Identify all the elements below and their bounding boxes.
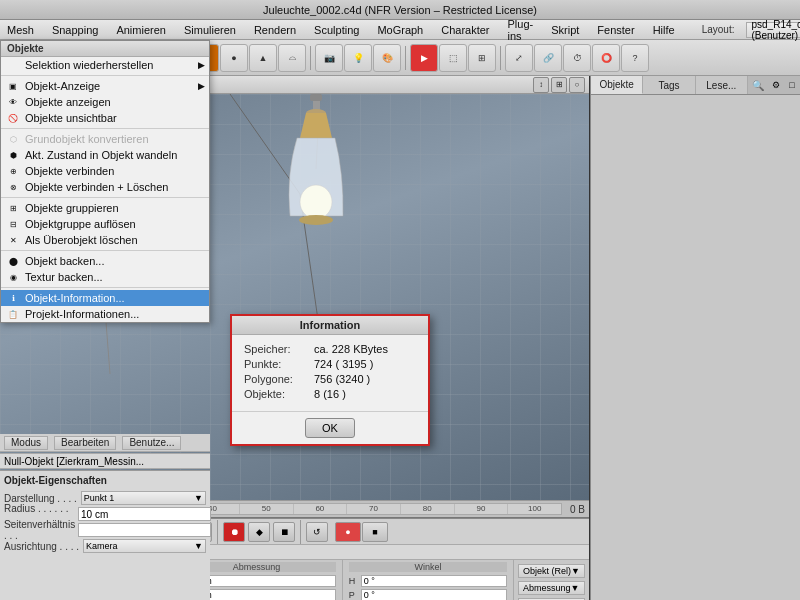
coord-h-input[interactable] [361, 575, 507, 587]
ctx-sep-4 [1, 250, 209, 251]
null-obj-text: Null-Objekt [Zierkram_Messin... [4, 456, 144, 467]
gruppieren-icon: ⊞ [5, 201, 21, 215]
panel-menu-btn[interactable]: ⚙ [768, 76, 784, 94]
ctx-projekt-information[interactable]: 📋 Projekt-Informationen... [1, 306, 209, 322]
toolbar-deform[interactable]: ⤢ [505, 44, 533, 72]
akt-zustand-icon: ⬢ [5, 148, 21, 162]
panel-expand-btn[interactable]: □ [784, 76, 800, 94]
menu-snapping[interactable]: Snapping [49, 23, 102, 37]
menu-mesh[interactable]: Mesh [4, 23, 37, 37]
prop-ausrichtung: Ausrichtung . . . . Kamera ▼ [4, 538, 206, 554]
toolbar-timeline[interactable]: ⏱ [563, 44, 591, 72]
toolbar-anim[interactable]: ⭕ [592, 44, 620, 72]
ctx-selektion[interactable]: Selektion wiederherstellen ▶ [1, 57, 209, 73]
transport-rec2[interactable]: ● [335, 522, 361, 542]
toolbar-render-all[interactable]: ⊞ [468, 44, 496, 72]
coord-p-input[interactable] [361, 589, 507, 600]
svg-point-16 [300, 185, 332, 219]
coord-sy-input[interactable] [189, 589, 335, 600]
layout-dropdown[interactable]: psd_R14_c4d (Benutzer) ▼ [746, 22, 800, 38]
menu-hilfe[interactable]: Hilfe [650, 23, 678, 37]
null-obj-bar: Null-Objekt [Zierkram_Messin... [0, 453, 210, 469]
tab-lese[interactable]: Lese... [696, 76, 748, 94]
toolbar-help[interactable]: ? [621, 44, 649, 72]
ctx-sep-1 [1, 75, 209, 76]
toolbar-cone[interactable]: ▲ [249, 44, 277, 72]
menu-simulieren[interactable]: Simulieren [181, 23, 239, 37]
ctx-obj-gruppieren[interactable]: ⊞ Objekte gruppieren [1, 200, 209, 216]
ctx-obj-verbinden-loeschen[interactable]: ⊗ Objekte verbinden + Löschen [1, 179, 209, 195]
info-dialog-body: Speicher: ca. 228 KBytes Punkte: 724 ( 3… [232, 335, 428, 411]
obj-unsichtbar-icon: 🚫 [5, 111, 21, 125]
svg-rect-13 [310, 94, 322, 101]
object-properties: Objekt-Eigenschaften Darstellung . . . .… [0, 470, 210, 600]
menu-bar: Mesh Snapping Animieren Simulieren Rende… [0, 20, 800, 40]
aufloesen-icon: ⊟ [5, 217, 21, 231]
radius-input[interactable] [78, 507, 211, 521]
ctx-textur-backen[interactable]: ◉ Textur backen... [1, 269, 209, 285]
frame-counter: 0 B [570, 504, 585, 515]
benutzung-btn[interactable]: Benutze... [122, 436, 181, 450]
ausrichtung-dropdown[interactable]: Kamera ▼ [83, 539, 206, 553]
modus-btn[interactable]: Modus [4, 436, 48, 450]
right-panel-tabs: Objekte Tags Lese... 🔍 ⚙ □ [591, 76, 800, 95]
toolbar-nurbs[interactable]: ⌓ [278, 44, 306, 72]
menu-rendern[interactable]: Rendern [251, 23, 299, 37]
ok-button[interactable]: OK [305, 418, 355, 438]
angle-section: Winkel H P B [343, 560, 514, 600]
toolbar-material[interactable]: 🎨 [373, 44, 401, 72]
menu-skript[interactable]: Skript [548, 23, 582, 37]
menu-plugins[interactable]: Plug-ins [505, 17, 537, 43]
transport-autokey[interactable]: ⏹ [273, 522, 295, 542]
mode-dropdown[interactable]: Objekt (Rel)▼ [518, 564, 585, 578]
coord-sx-input[interactable] [189, 575, 335, 587]
ctx-obj-information[interactable]: ℹ Objekt-Information... [1, 290, 209, 306]
menu-charakter[interactable]: Charakter [438, 23, 492, 37]
toolbar-light[interactable]: 💡 [344, 44, 372, 72]
obj-info-icon: ℹ [5, 291, 21, 305]
ctx-ueberobjekt-loeschen[interactable]: ✕ Als Überobjekt löschen [1, 232, 209, 248]
toolbar-sphere[interactable]: ● [220, 44, 248, 72]
ctx-akt-zustand[interactable]: ⬢ Akt. Zustand in Objekt wandeln [1, 147, 209, 163]
search-btn[interactable]: 🔍 [748, 76, 768, 94]
toolbar-render-region[interactable]: ⬚ [439, 44, 467, 72]
space-dropdown[interactable]: Abmessung▼ [518, 581, 584, 595]
projekt-info-icon: 📋 [5, 307, 21, 321]
menu-animieren[interactable]: Animieren [113, 23, 169, 37]
vp-btn-2[interactable]: ⊞ [551, 77, 567, 93]
toolbar-render-active[interactable]: ▶ [410, 44, 438, 72]
info-dialog-title: Information [232, 316, 428, 335]
toolbar-xpresso[interactable]: 🔗 [534, 44, 562, 72]
menu-sculpting[interactable]: Sculpting [311, 23, 362, 37]
menu-fenster[interactable]: Fenster [594, 23, 637, 37]
title-bar: Juleuchte_0002.c4d (NFR Version – Restri… [0, 0, 800, 20]
mode-row: Objekt (Rel)▼ [518, 564, 585, 578]
verbinden-icon: ⊕ [5, 164, 21, 178]
tab-objekte[interactable]: Objekte [591, 76, 643, 94]
transport-record[interactable]: ⏺ [223, 522, 245, 542]
tab-tags[interactable]: Tags [643, 76, 695, 94]
vp-btn-1[interactable]: ↕ [533, 77, 549, 93]
prop-title: Objekt-Eigenschaften [4, 475, 206, 486]
ctx-obj-backen[interactable]: ⬤ Objekt backen... [1, 253, 209, 269]
toolbar-camera[interactable]: 📷 [315, 44, 343, 72]
menu-mograph[interactable]: MoGraph [374, 23, 426, 37]
ctx-gruppe-aufloesen[interactable]: ⊟ Objektgruppe auflösen [1, 216, 209, 232]
ctx-obj-anzeigen[interactable]: 👁 Objekte anzeigen [1, 94, 209, 110]
darstellung-dropdown[interactable]: Punkt 1 ▼ [81, 491, 206, 505]
ctx-sep-5 [1, 287, 209, 288]
main-layout: Filter Tafeln ↕ ⊞ ○ [0, 76, 800, 600]
vp-btn-3[interactable]: ○ [569, 77, 585, 93]
ctx-obj-unsichtbar[interactable]: 🚫 Objekte unsichtbar [1, 110, 209, 126]
seitenverh-input[interactable] [78, 523, 211, 537]
title-text: Juleuchte_0002.c4d (NFR Version – Restri… [263, 4, 537, 16]
bearbeiten-btn[interactable]: Bearbeiten [54, 436, 116, 450]
angle-title: Winkel [349, 562, 507, 572]
info-row-polygone: Polygone: 756 (3240 ) [244, 373, 416, 385]
transport-loop[interactable]: ↺ [306, 522, 328, 542]
ctx-obj-anzeige[interactable]: ▣ Objekt-Anzeige ▶ [1, 78, 209, 94]
transport-keyframe[interactable]: ◆ [248, 522, 270, 542]
transport-stop[interactable]: ■ [362, 522, 388, 542]
obj-backen-icon: ⬤ [5, 254, 21, 268]
ctx-obj-verbinden[interactable]: ⊕ Objekte verbinden [1, 163, 209, 179]
